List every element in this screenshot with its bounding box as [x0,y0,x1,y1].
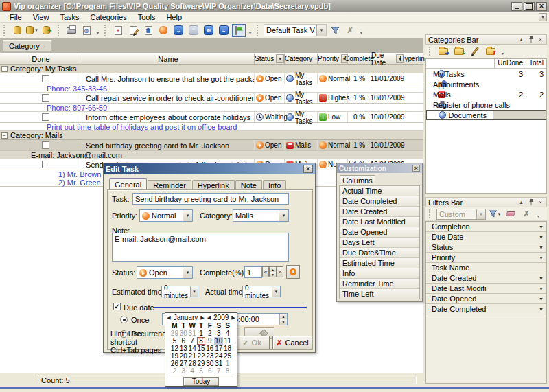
calendar-day[interactable]: 5 [170,337,179,345]
calendar-day[interactable]: 6 [205,367,214,375]
calendar-day[interactable]: 25 [223,352,232,360]
task-view-combo[interactable]: Default Task V [264,24,327,36]
edit-task-icon[interactable] [126,24,140,37]
new-subcategory-icon[interactable]: + [452,45,466,58]
list-item[interactable]: Info [340,268,419,279]
calendar-day[interactable]: 1 [197,330,206,337]
close-icon[interactable]: × [303,165,313,173]
filter-dropdown-icon[interactable]: ▼ [539,224,544,229]
list-item[interactable]: Date Opened [340,227,419,238]
customization-caption[interactable]: Customization × [337,163,422,173]
note-field[interactable]: E-mail: Jackson@mail.com [112,233,289,262]
calendar-day[interactable]: 27 [179,360,188,367]
filter-row-date-opened[interactable]: Date Opened▼ [426,294,546,304]
filter-dropdown-icon[interactable]: ▼ [539,235,544,240]
due-date-checkbox[interactable]: ✓ [113,303,121,310]
maximize-button-icon[interactable] [524,2,535,11]
category-item-appointments[interactable]: ┄ Appointments [426,79,546,89]
close-icon[interactable]: × [412,165,420,172]
filter-row-task-name[interactable]: Task Name [426,263,546,273]
complete-min-button[interactable]: « [262,266,269,277]
filter-row-due-date[interactable]: Due Date▼ [426,232,546,242]
column-header-name[interactable]: Name [82,54,255,64]
column-header-hyperlink[interactable]: Hyperlink [404,54,423,64]
toolbar-grip[interactable] [429,47,432,56]
category-item-my-tasks[interactable]: ┄ My Tasks 3 3 [426,69,546,79]
table-row-selected[interactable]: Send birthday greeting card to Mr. Jacks… [0,140,423,151]
tab-general[interactable]: General [109,178,147,190]
table-row[interactable]: Inform office employees about corporate … [0,112,423,123]
list-item[interactable]: Date Created [340,207,419,217]
next-year-icon[interactable]: ▶ [231,315,235,321]
calendar-day[interactable]: 4 [188,367,197,375]
calendar-day[interactable]: 4 [223,330,232,337]
filter-row-status[interactable]: Status▼ [426,242,546,253]
list-item[interactable]: Days Left [340,238,419,248]
calendar-day[interactable]: 8 [223,367,232,375]
menu-categories[interactable]: Categories [85,12,132,23]
ok-button[interactable]: ✓ Ok [234,336,270,349]
list-item[interactable]: Reminder Time [340,279,419,289]
calendar-day[interactable]: 12 [170,345,179,352]
calendar-day[interactable]: 17 [214,345,223,352]
list-item[interactable]: Date Completed [340,196,419,207]
delete-category-icon[interactable]: ✗ [484,45,498,58]
backup-database-icon[interactable]: ➜ [40,24,54,37]
calendar-day[interactable]: 20 [179,352,188,360]
calendar-day-selected[interactable]: 10 [214,337,223,345]
calendar-day[interactable]: 6 [179,337,188,345]
go-flag-icon[interactable] [232,24,246,37]
tab-info[interactable]: Info [263,180,286,190]
toolbar-overflow-icon[interactable]: ▾ [358,25,364,36]
filter-preset-combo[interactable]: Custom [436,209,486,220]
filter-row-completion[interactable]: Completion▼ [426,222,546,232]
combo-dropdown-icon[interactable] [183,210,192,221]
calendar-day[interactable]: 3 [214,330,223,337]
time-spinner[interactable]: ▲▼ [279,314,287,325]
complete-spinner[interactable]: ▲▼ [269,266,277,277]
complete-max-button[interactable]: » [277,266,283,277]
calendar-day[interactable]: 5 [197,367,206,375]
collapse-panel-icon[interactable]: ▴ [517,198,525,206]
filter-row-date-completed[interactable]: Date Completed▼ [426,304,546,314]
table-row[interactable]: Call repair service in order to check ai… [0,93,423,104]
calendar-day[interactable]: 14 [188,345,197,352]
complete-task-icon[interactable] [156,24,170,37]
dialog-caption[interactable]: Edit Task × [104,163,315,174]
filter-dropdown-icon[interactable]: ▼ [539,245,544,250]
toolbar-overflow-icon[interactable]: ▾ [535,208,541,220]
calendar-day[interactable]: 1 [223,360,232,367]
status-filter-dropdown-icon[interactable] [276,54,284,63]
pin-icon[interactable] [527,198,535,206]
cancel-button[interactable]: ✗ Cancel [272,336,312,349]
combo-dropdown-icon[interactable] [476,209,485,219]
filter-row-date-last-modified[interactable]: Date Last Modifi▼ [426,284,546,294]
minimize-button-icon[interactable] [511,2,522,11]
column-header-complete[interactable]: Complete [348,54,371,64]
combo-dropdown-icon[interactable] [190,286,198,297]
list-item[interactable]: Time Left [340,289,419,299]
filter-row-priority[interactable]: Priority▼ [426,253,546,263]
calendar-day[interactable]: 24 [214,352,223,360]
task-field[interactable]: Send birthday greeting card to Mr. Jacks… [132,193,289,205]
calendar-day[interactable]: 28 [188,360,197,367]
calendar-day[interactable]: 2 [170,367,179,375]
toolbar-overflow-icon[interactable]: ▾ [247,25,253,36]
close-panel-icon[interactable]: × [537,36,544,43]
done-checkbox[interactable] [42,94,49,102]
print-preview-icon[interactable]: ◎ [80,24,93,37]
list-item[interactable]: Estimated Time [340,258,419,268]
delete-view-icon[interactable]: ✗ [343,24,357,37]
priority-combo[interactable]: Normal [139,209,193,222]
calendar-day[interactable]: 16 [205,345,214,352]
close-button-icon[interactable] [536,2,547,11]
move-to-bottom-icon[interactable]: ≋ [202,24,215,37]
calendar-day[interactable]: 13 [179,345,188,352]
once-radio[interactable] [120,316,128,323]
group-by-category-button[interactable]: Category ▵ [3,40,51,51]
list-item[interactable]: Date Last Modified [340,217,419,227]
prev-month-icon[interactable]: ◀ [167,315,170,321]
group-row-mails[interactable]: − Category: Mails [0,131,423,140]
calendar-day[interactable]: 3 [179,367,188,375]
calendar-day[interactable]: 30 [205,360,214,367]
